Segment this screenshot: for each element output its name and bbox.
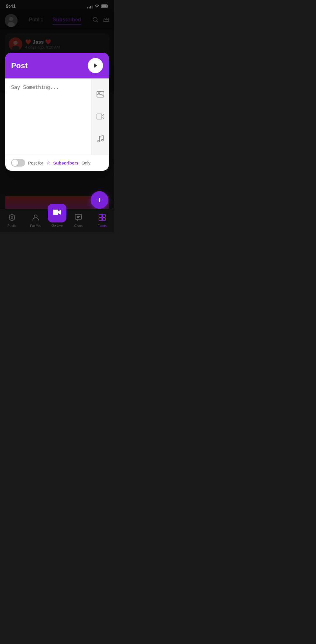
svg-rect-34: [102, 218, 105, 221]
nav-golive-label: Go Live: [51, 224, 63, 227]
svg-point-26: [34, 215, 37, 218]
post-textarea[interactable]: [11, 84, 85, 143]
svg-rect-27: [53, 210, 58, 215]
nav-golive[interactable]: Go Live: [48, 208, 66, 227]
video-upload-button[interactable]: [95, 111, 106, 122]
nav-feeds[interactable]: Feeds: [90, 214, 114, 227]
only-label: Only: [81, 160, 90, 165]
svg-point-15: [102, 139, 103, 141]
send-button[interactable]: [88, 58, 103, 73]
music-upload-button[interactable]: [95, 133, 106, 144]
svg-point-14: [98, 140, 99, 142]
feeds-nav-icon: [99, 214, 106, 223]
textarea-wrap: [5, 78, 91, 155]
star-icon: ☆: [46, 160, 50, 166]
modal-header: Post: [5, 53, 109, 78]
modal-body: [5, 78, 109, 155]
nav-chats[interactable]: Chats: [66, 214, 90, 227]
modal-media-sidebar: [91, 78, 109, 155]
nav-public-label: Public: [8, 224, 16, 227]
bottom-navigation: Public For You Go Live: [0, 209, 114, 232]
nav-chats-label: Chats: [74, 224, 83, 227]
nav-foryou-label: For You: [30, 224, 41, 227]
nav-feeds-label: Feeds: [98, 224, 107, 227]
toggle-knob: [12, 160, 18, 166]
create-post-fab[interactable]: +: [91, 191, 108, 209]
post-for-label: Post for: [28, 160, 43, 165]
nav-public[interactable]: Public: [0, 214, 24, 227]
image-upload-button[interactable]: [95, 89, 106, 100]
svg-rect-32: [102, 214, 105, 217]
golive-button[interactable]: [48, 204, 66, 222]
nav-foryou[interactable]: For You: [24, 214, 48, 227]
post-modal: Post: [5, 53, 109, 171]
foryou-nav-icon: [32, 214, 39, 223]
public-nav-icon: [8, 214, 16, 223]
subscribers-toggle[interactable]: [11, 159, 25, 167]
svg-point-21: [11, 217, 13, 218]
subscribers-label: Subscribers: [53, 160, 79, 165]
svg-rect-31: [99, 214, 102, 217]
modal-footer: Post for ☆ Subscribers Only: [5, 155, 109, 171]
chats-nav-icon: [75, 214, 82, 223]
modal-title: Post: [11, 61, 28, 70]
svg-rect-28: [75, 214, 82, 219]
svg-rect-33: [99, 218, 102, 221]
svg-rect-13: [97, 114, 102, 119]
golive-icon: [53, 209, 61, 217]
plus-icon: +: [97, 195, 102, 205]
